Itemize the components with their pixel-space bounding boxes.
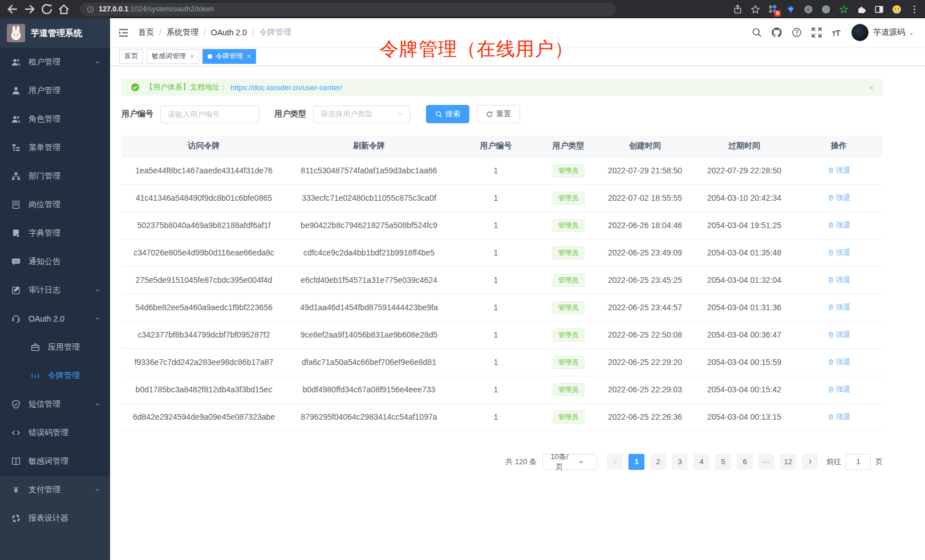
page-button-4[interactable]: 4 bbox=[693, 454, 709, 470]
force-logout-button[interactable]: 强退 bbox=[827, 165, 851, 176]
breadcrumb-item[interactable]: 系统管理 bbox=[167, 27, 198, 38]
sidebar-item-dict[interactable]: 字典管理 bbox=[0, 219, 110, 247]
reload-icon[interactable] bbox=[40, 2, 54, 16]
page-button-3[interactable]: 3 bbox=[672, 454, 688, 470]
user-caret-icon[interactable] bbox=[908, 31, 915, 38]
table-row: 1ea5e44f8bc1467aaede43144f31de76811c5304… bbox=[121, 157, 883, 184]
site-info-icon[interactable] bbox=[87, 6, 94, 13]
sidebar-item-sms[interactable]: 短信管理 bbox=[0, 390, 110, 419]
sidebar-item-dept[interactable]: 部门管理 bbox=[0, 162, 110, 190]
sidebar-item-oauth2-app[interactable]: 应用管理 bbox=[0, 333, 110, 362]
page-size-select[interactable]: 10条/页 bbox=[542, 454, 597, 470]
profile-emoji-icon[interactable] bbox=[892, 5, 902, 14]
page-button-12[interactable]: 12 bbox=[780, 454, 796, 470]
force-logout-button[interactable]: 强退 bbox=[827, 412, 851, 422]
force-logout-button[interactable]: 强退 bbox=[827, 247, 851, 258]
sidebar-item-user[interactable]: 用户管理 bbox=[0, 76, 110, 105]
force-logout-button[interactable]: 强退 bbox=[827, 275, 851, 285]
back-icon[interactable] bbox=[6, 2, 19, 16]
page-button-6[interactable]: 6 bbox=[737, 454, 753, 470]
page-button-2[interactable]: 2 bbox=[650, 454, 666, 470]
extension-badge: 9 bbox=[774, 10, 781, 17]
alert-text: 【用户体系】文档地址： bbox=[145, 82, 227, 92]
user-id-input[interactable] bbox=[160, 105, 259, 123]
sidebar-item-oauth2-token[interactable]: a令牌管理 bbox=[0, 362, 110, 390]
sidebar-item-tenant[interactable]: 租户管理 bbox=[0, 48, 110, 76]
table-row: 502375b8040a469a9b82188afdf6af1fbe90422b… bbox=[121, 212, 883, 239]
sidebar-item-sensitive-word[interactable]: 敏感词管理 bbox=[0, 447, 110, 476]
goto-page-input[interactable] bbox=[846, 454, 871, 470]
tab-home[interactable]: 首页 bbox=[119, 49, 143, 64]
sidebar-item-notice[interactable]: 通知公告 bbox=[0, 247, 110, 276]
access-token-cell: 54d6be82ee5a460a9aedc1f9bf223656 bbox=[121, 294, 286, 321]
force-logout-button[interactable]: 强退 bbox=[827, 357, 851, 367]
force-logout-button[interactable]: 强退 bbox=[827, 302, 851, 313]
url-bar[interactable]: 127.0.0.1:1024/system/oauth2/token bbox=[80, 3, 616, 16]
search-button[interactable]: 搜索 bbox=[426, 105, 469, 123]
reset-button[interactable]: 重置 bbox=[477, 105, 520, 123]
sidebar-item-label: 字典管理 bbox=[29, 228, 60, 238]
alert-close-icon[interactable]: × bbox=[869, 83, 874, 92]
user-type-select[interactable]: 请选择用户类型 bbox=[313, 105, 410, 123]
page-button-···[interactable]: ··· bbox=[758, 454, 774, 470]
tab-close-icon[interactable]: × bbox=[247, 53, 251, 60]
page-button-1[interactable]: 1 bbox=[628, 454, 644, 470]
expire-time-cell: 2054-03-04 00:15:42 bbox=[693, 376, 795, 403]
extension-gem-icon[interactable] bbox=[786, 5, 796, 14]
sidebar-item-label: OAuth 2.0 bbox=[29, 314, 64, 323]
force-logout-button[interactable]: 强退 bbox=[827, 384, 851, 395]
sidebar-item-audit-log[interactable]: 审计日志 bbox=[0, 276, 110, 305]
briefcase-icon bbox=[31, 343, 40, 352]
breadcrumb-item[interactable]: 首页 bbox=[138, 27, 154, 38]
user-name[interactable]: 芋道源码 bbox=[873, 27, 905, 38]
bookmark-star-icon[interactable] bbox=[750, 5, 760, 14]
force-logout-button[interactable]: 强退 bbox=[827, 193, 851, 203]
share-icon[interactable] bbox=[733, 5, 743, 14]
tab-sensitive-word[interactable]: 敏感词管理× bbox=[147, 49, 199, 64]
breadcrumb-item[interactable]: OAuth 2.0 bbox=[211, 28, 247, 37]
sidebar-item-role[interactable]: 角色管理 bbox=[0, 105, 110, 133]
prev-page-button[interactable] bbox=[607, 454, 623, 470]
github-icon[interactable] bbox=[771, 27, 782, 38]
extension-dot-icon[interactable] bbox=[821, 5, 831, 14]
action-cell: 强退 bbox=[795, 239, 883, 266]
sidebar-item-pay[interactable]: ¥支付管理 bbox=[0, 476, 110, 504]
home-icon[interactable] bbox=[57, 2, 71, 16]
sidebar-item-post[interactable]: 岗位管理 bbox=[0, 190, 110, 219]
page-button-5[interactable]: 5 bbox=[715, 454, 731, 470]
next-page-button[interactable] bbox=[802, 454, 818, 470]
total-count: 共 120 条 bbox=[505, 457, 537, 467]
force-logout-button[interactable]: 强退 bbox=[827, 330, 851, 340]
help-icon[interactable] bbox=[792, 27, 802, 38]
column-header: 用户类型 bbox=[540, 136, 597, 157]
sidebar-item-menu[interactable]: 菜单管理 bbox=[0, 133, 110, 162]
forward-icon[interactable] bbox=[23, 2, 36, 16]
extension-circle-icon[interactable] bbox=[804, 5, 813, 14]
tab-token[interactable]: 令牌管理× bbox=[202, 49, 256, 64]
force-logout-button[interactable]: 强退 bbox=[827, 220, 851, 230]
search-icon[interactable] bbox=[752, 27, 762, 38]
user-type-cell: 管理员 bbox=[540, 184, 597, 212]
browser-menu-icon[interactable] bbox=[910, 5, 919, 14]
sidebar-toggle-icon[interactable] bbox=[118, 27, 129, 38]
sidebar-item-report[interactable]: 报表设计器 bbox=[0, 504, 110, 533]
extension-grid-icon[interactable]: 9 bbox=[768, 5, 778, 14]
split-screen-icon[interactable] bbox=[874, 5, 884, 14]
fullscreen-icon[interactable] bbox=[811, 27, 822, 38]
action-cell: 强退 bbox=[795, 348, 883, 376]
doc-link[interactable]: https://doc.iocoder.cn/user-center/ bbox=[230, 83, 342, 92]
user-type-badge: 管理员 bbox=[553, 219, 585, 232]
extensions-puzzle-icon[interactable] bbox=[857, 5, 866, 14]
tags-view-bar: 首页敏感词管理×令牌管理× bbox=[110, 47, 925, 66]
user-avatar[interactable] bbox=[851, 24, 869, 41]
extension-star-icon[interactable] bbox=[839, 5, 849, 14]
sidebar-item-oauth2[interactable]: OAuth 2.0 bbox=[0, 305, 110, 333]
action-cell: 强退 bbox=[795, 184, 883, 212]
sidebar-item-errcode[interactable]: 错误码管理 bbox=[0, 419, 110, 447]
expire-time-cell: 2054-03-04 19:51:25 bbox=[693, 212, 795, 239]
user-id-cell: 1 bbox=[452, 348, 540, 376]
font-size-icon[interactable]: ᴛT bbox=[831, 28, 840, 38]
expire-time-cell: 2054-03-10 20:42:34 bbox=[693, 184, 795, 212]
tab-close-icon[interactable]: × bbox=[190, 53, 194, 60]
logo[interactable]: 芋道管理系统 bbox=[0, 18, 110, 48]
